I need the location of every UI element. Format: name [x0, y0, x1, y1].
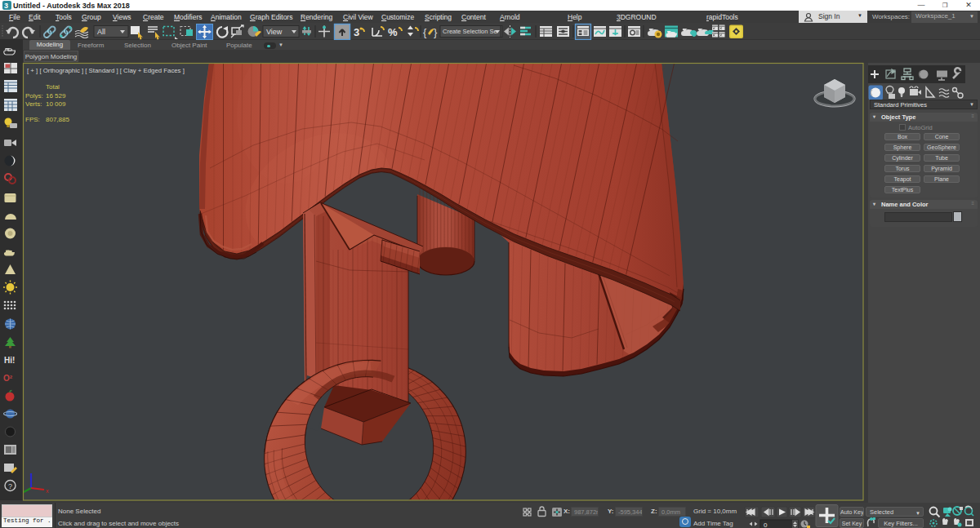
- svg-text:FPS:: FPS:: [25, 116, 40, 123]
- svg-text:807,885: 807,885: [46, 116, 69, 123]
- svg-text:16 529: 16 529: [46, 92, 66, 100]
- svg-text:x: x: [46, 488, 49, 494]
- svg-text:Verts:: Verts:: [25, 100, 42, 108]
- svg-text:Total: Total: [46, 83, 60, 91]
- svg-text:10 009: 10 009: [46, 100, 66, 108]
- svg-text:0: 0: [764, 521, 768, 528]
- svg-text:[ + ] [ Orthographic ] [ Stand: [ + ] [ Orthographic ] [ Standard ] [ Cl…: [27, 67, 185, 74]
- svg-text:Polys:: Polys:: [25, 92, 43, 100]
